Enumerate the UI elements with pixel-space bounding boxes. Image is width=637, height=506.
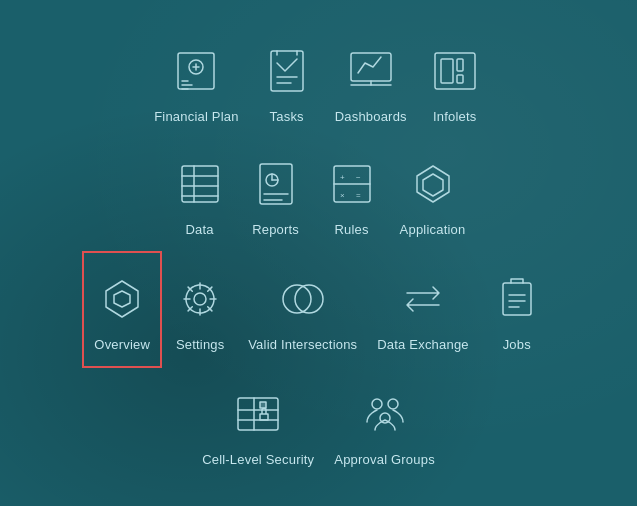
tile-label-overview: Overview <box>94 337 150 352</box>
svg-point-29 <box>295 285 323 313</box>
application-icon <box>405 156 461 212</box>
tile-cell-level-security[interactable]: Cell-Level Security <box>192 368 324 481</box>
svg-point-28 <box>283 285 311 313</box>
tile-row: Financial Plan Tasks Dashboards Infolets <box>144 25 493 138</box>
tile-rules[interactable]: + − × = Rules <box>314 138 390 251</box>
tile-tasks[interactable]: Tasks <box>249 25 325 138</box>
tile-label-data: Data <box>185 222 213 237</box>
settings-icon <box>172 271 228 327</box>
infolets-icon <box>427 43 483 99</box>
tile-settings[interactable]: Settings <box>162 251 238 368</box>
svg-point-38 <box>372 399 382 409</box>
tile-label-reports: Reports <box>252 222 299 237</box>
valid-intersections-icon <box>275 271 331 327</box>
svg-point-26 <box>194 293 206 305</box>
financial-icon <box>168 43 224 99</box>
tile-dashboards[interactable]: Dashboards <box>325 25 417 138</box>
svg-point-39 <box>388 399 398 409</box>
dashboards-icon <box>343 43 399 99</box>
tile-label-data-exchange: Data Exchange <box>377 337 469 352</box>
jobs-icon <box>489 271 545 327</box>
tile-data[interactable]: Data <box>162 138 238 251</box>
svg-rect-34 <box>238 398 278 430</box>
tile-overview[interactable]: Overview <box>82 251 162 368</box>
tile-label-application: Application <box>400 222 466 237</box>
tasks-icon <box>259 43 315 99</box>
tile-label-tasks: Tasks <box>270 109 304 124</box>
tile-data-exchange[interactable]: Data Exchange <box>367 251 479 368</box>
svg-text:×: × <box>340 191 345 200</box>
tile-financial-plan[interactable]: Financial Plan <box>144 25 248 138</box>
tile-label-cell-level-security: Cell-Level Security <box>202 452 314 467</box>
svg-text:−: − <box>356 173 361 182</box>
tile-label-financial-plan: Financial Plan <box>154 109 238 124</box>
data-icon <box>172 156 228 212</box>
tile-label-approval-groups: Approval Groups <box>334 452 435 467</box>
svg-rect-9 <box>457 75 463 83</box>
svg-rect-0 <box>178 53 214 89</box>
tile-label-rules: Rules <box>334 222 368 237</box>
tiles-grid: Financial Plan Tasks Dashboards Infolets <box>24 25 614 481</box>
tile-valid-intersections[interactable]: Valid Intersections <box>238 251 367 368</box>
cell-level-security-icon <box>230 386 286 442</box>
tile-infolets[interactable]: Infolets <box>417 25 493 138</box>
data-exchange-icon <box>395 271 451 327</box>
svg-rect-7 <box>441 59 453 83</box>
tile-label-dashboards: Dashboards <box>335 109 407 124</box>
overview-icon <box>94 271 150 327</box>
tile-row: Cell-Level Security Approval Groups <box>192 368 445 481</box>
app-container: Financial Plan Tasks Dashboards Infolets <box>24 15 614 491</box>
tile-label-jobs: Jobs <box>503 337 531 352</box>
reports-icon <box>248 156 304 212</box>
svg-rect-2 <box>271 51 303 91</box>
svg-rect-8 <box>457 59 463 71</box>
tile-jobs[interactable]: Jobs <box>479 251 555 368</box>
rules-icon: + − × = <box>324 156 380 212</box>
tile-approval-groups[interactable]: Approval Groups <box>324 368 445 481</box>
tile-application[interactable]: Application <box>390 138 476 251</box>
tile-row: Overview Settings Valid Intersections Da… <box>82 251 555 368</box>
svg-text:=: = <box>356 191 361 200</box>
tile-label-infolets: Infolets <box>433 109 477 124</box>
tile-row: Data Reports + − × = Rules Application <box>162 138 476 251</box>
svg-text:+: + <box>340 173 345 182</box>
tile-label-settings: Settings <box>176 337 225 352</box>
approval-groups-icon <box>357 386 413 442</box>
svg-rect-3 <box>351 53 391 81</box>
tile-reports[interactable]: Reports <box>238 138 314 251</box>
tile-label-valid-intersections: Valid Intersections <box>248 337 357 352</box>
svg-rect-30 <box>503 283 531 315</box>
